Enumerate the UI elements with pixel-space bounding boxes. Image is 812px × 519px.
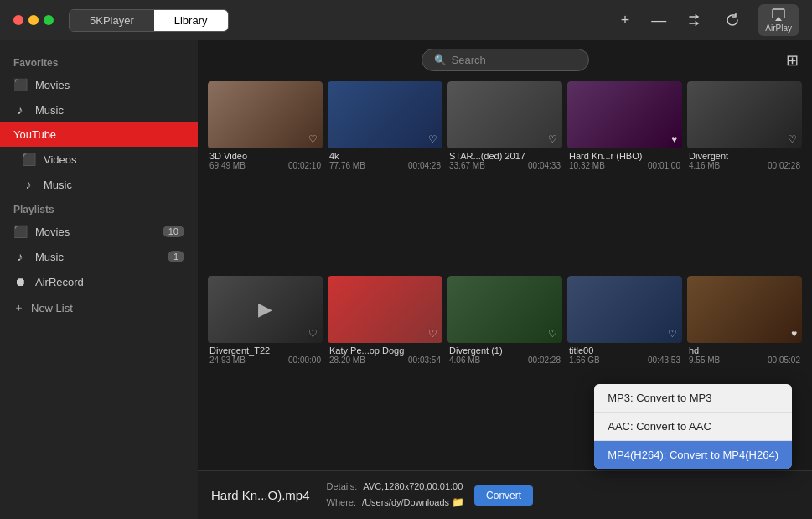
sidebar-item-label: Music bbox=[35, 251, 64, 263]
search-bar[interactable]: 🔍 bbox=[422, 49, 589, 71]
video-meta: 4k 77.76 MB 00:04:28 bbox=[328, 148, 442, 172]
convert-button[interactable]: Convert bbox=[474, 485, 533, 506]
sidebar-item-music-youtube[interactable]: ♪ Music bbox=[8, 172, 198, 197]
video-title: STAR...(ded) 2017 bbox=[449, 151, 561, 161]
video-title: Katy Pe...op Dogg bbox=[329, 345, 441, 356]
video-sub: 77.76 MB 00:04:28 bbox=[329, 161, 441, 170]
video-title: Hard Kn...r (HBO) bbox=[569, 151, 680, 161]
favorite-icon[interactable]: ♡ bbox=[788, 133, 797, 145]
favorite-icon[interactable]: ♡ bbox=[548, 328, 557, 340]
sidebar-item-airrecord[interactable]: ⏺ AirRecord bbox=[0, 269, 198, 294]
music-pl-icon: ♪ bbox=[13, 250, 27, 263]
sidebar-item-music-playlist[interactable]: ♪ Music 1 bbox=[0, 244, 198, 269]
video-size: 33.67 MB bbox=[449, 161, 485, 170]
sidebar-item-videos[interactable]: ⬛ Videos bbox=[8, 147, 198, 172]
tab-5kplayer[interactable]: 5KPlayer bbox=[70, 10, 154, 31]
favorite-icon[interactable]: ♡ bbox=[668, 328, 677, 340]
youtube-label: YouTube bbox=[13, 128, 56, 141]
sidebar-item-label: Music bbox=[44, 179, 72, 191]
video-card[interactable]: ♡ 3D Video 69.49 MB 00:02:10 bbox=[208, 81, 323, 271]
info-title: Hard Kn...O).mp4 bbox=[211, 488, 317, 502]
video-size: 24.93 MB bbox=[209, 356, 246, 365]
sidebar-item-label: Movies bbox=[35, 226, 70, 238]
sidebar-item-movies-favorites[interactable]: ⬛ Movies bbox=[0, 72, 198, 97]
content-area: 🔍 ⊞ ♡ 3D Video 69.49 MB 00:02:10 ♡ bbox=[198, 40, 812, 519]
video-size: 69.49 MB bbox=[209, 161, 246, 170]
search-input[interactable] bbox=[452, 54, 577, 66]
video-card[interactable]: ♡ Katy Pe...op Dogg 28.20 MB 00:03:54 bbox=[328, 276, 442, 465]
airplay-button[interactable]: AirPlay bbox=[758, 4, 799, 36]
video-thumbnail: ♡ bbox=[328, 276, 442, 343]
youtube-sub: ⬛ Videos ♪ Music bbox=[0, 147, 198, 197]
video-sub: 10.32 MB 00:01:00 bbox=[569, 161, 680, 170]
grid-view-button[interactable]: ⊞ bbox=[786, 51, 799, 70]
sidebar-item-label: Movies bbox=[35, 79, 70, 91]
video-thumbnail: ♡ bbox=[567, 276, 682, 343]
video-card[interactable]: ♡ 4k 77.76 MB 00:04:28 bbox=[328, 81, 442, 271]
video-meta: Hard Kn...r (HBO) 10.32 MB 00:01:00 bbox=[567, 148, 682, 172]
video-sub: 33.67 MB 00:04:33 bbox=[449, 161, 561, 170]
favorite-icon[interactable]: ♥ bbox=[791, 328, 797, 340]
close-button[interactable] bbox=[13, 15, 23, 25]
playlists-label: Playlists bbox=[0, 197, 198, 219]
video-meta: 3D Video 69.49 MB 00:02:10 bbox=[208, 148, 323, 172]
sidebar-item-youtube[interactable]: YouTube bbox=[0, 122, 198, 147]
video-title: hd bbox=[689, 345, 800, 356]
folder-icon: 📁 bbox=[452, 496, 464, 508]
tab-library[interactable]: Library bbox=[154, 10, 228, 31]
movies-pl-icon: ⬛ bbox=[13, 225, 27, 238]
add-button[interactable]: + bbox=[618, 8, 634, 33]
video-thumbnail: ♥ bbox=[687, 276, 802, 343]
minimize-button[interactable] bbox=[28, 15, 39, 25]
where-label: Where: bbox=[327, 497, 356, 507]
favorite-icon[interactable]: ♡ bbox=[308, 328, 318, 340]
video-size: 28.20 MB bbox=[329, 356, 365, 365]
video-meta: Divergent (1) 4.06 MB 00:02:28 bbox=[447, 343, 562, 366]
video-thumbnail: ♡ bbox=[447, 81, 562, 148]
favorite-icon[interactable]: ♡ bbox=[308, 133, 318, 145]
sidebar-item-label: Videos bbox=[44, 153, 77, 166]
sidebar-item-movies-playlist[interactable]: ⬛ Movies 10 bbox=[0, 219, 198, 244]
music-icon: ♪ bbox=[13, 103, 27, 117]
video-card[interactable]: ♡ STAR...(ded) 2017 33.67 MB 00:04:33 bbox=[447, 81, 562, 271]
video-title: 3D Video bbox=[209, 151, 321, 161]
shuffle-button[interactable] bbox=[685, 9, 706, 31]
video-title: Divergent bbox=[689, 151, 800, 161]
info-details: Details: AVC,1280x720,00:01:00 Where: /U… bbox=[327, 480, 465, 511]
video-meta: Katy Pe...op Dogg 28.20 MB 00:03:54 bbox=[328, 343, 442, 366]
video-meta: Divergent 4.16 MB 00:02:28 bbox=[687, 148, 802, 172]
minimize-icon-button[interactable]: — bbox=[648, 8, 670, 33]
music-count: 1 bbox=[168, 251, 184, 262]
video-card[interactable]: ♥ Hard Kn...r (HBO) 10.32 MB 00:01:00 bbox=[567, 81, 682, 271]
favorite-icon[interactable]: ♡ bbox=[548, 133, 557, 145]
video-duration: 00:02:28 bbox=[528, 356, 561, 365]
favorite-icon[interactable]: ♥ bbox=[671, 133, 677, 145]
maximize-button[interactable] bbox=[44, 15, 54, 25]
new-list-button[interactable]: ＋ New List bbox=[0, 294, 198, 321]
video-meta: Divergent_T22 24.93 MB 00:00:00 bbox=[208, 343, 323, 366]
sidebar-item-music-favorites[interactable]: ♪ Music bbox=[0, 97, 198, 122]
titlebar: 5KPlayer Library + — AirPlay bbox=[0, 0, 812, 40]
dropdown-item[interactable]: AAC: Convert to AAC bbox=[594, 413, 792, 441]
info-panel: Hard Kn...O).mp4 Details: AVC,1280x720,0… bbox=[198, 470, 812, 519]
video-card[interactable]: ♡ Divergent (1) 4.06 MB 00:02:28 bbox=[447, 276, 562, 465]
video-sub: 9.55 MB 00:05:02 bbox=[689, 356, 800, 365]
video-card[interactable]: ♡ Divergent 4.16 MB 00:02:28 bbox=[687, 81, 802, 271]
video-sub: 24.93 MB 00:00:00 bbox=[209, 356, 321, 365]
titlebar-left: 5KPlayer Library bbox=[13, 9, 229, 32]
new-list-label: New List bbox=[31, 302, 73, 314]
video-sub: 28.20 MB 00:03:54 bbox=[329, 356, 441, 365]
dropdown-item[interactable]: MP4(H264): Convert to MP4(H264) bbox=[594, 441, 792, 469]
video-card[interactable]: ▶ ♡ Divergent_T22 24.93 MB 00:00:00 bbox=[208, 276, 323, 465]
favorite-icon[interactable]: ♡ bbox=[428, 133, 437, 145]
refresh-button[interactable] bbox=[721, 9, 743, 31]
video-size: 4.06 MB bbox=[449, 356, 480, 365]
video-thumbnail: ♡ bbox=[208, 81, 323, 148]
movies-icon: ⬛ bbox=[13, 78, 27, 91]
dropdown-item[interactable]: MP3: Convert to MP3 bbox=[594, 384, 792, 413]
favorite-icon[interactable]: ♡ bbox=[428, 328, 437, 340]
video-thumbnail: ♥ bbox=[567, 81, 682, 148]
video-duration: 00:02:28 bbox=[768, 161, 800, 170]
video-sub: 1.66 GB 00:43:53 bbox=[569, 356, 680, 365]
video-thumbnail: ♡ bbox=[687, 81, 802, 148]
